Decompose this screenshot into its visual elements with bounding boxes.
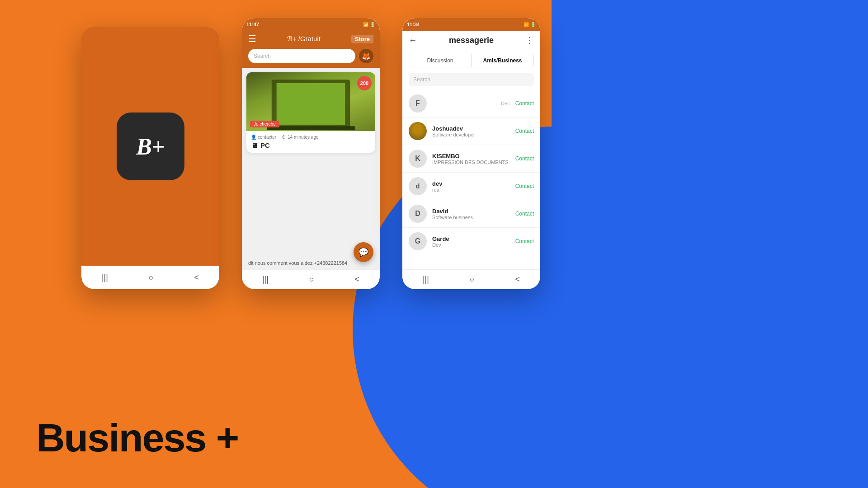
app-logo-icon: B+ — [117, 113, 184, 180]
phone-1-nav: ||| ○ < — [81, 266, 219, 289]
nav-back-icon-2: < — [355, 275, 360, 284]
feed-search-input[interactable]: Search — [248, 49, 355, 63]
contact-action-f[interactable]: Contact — [515, 100, 534, 107]
msg-header: ← messagerie ⋮ — [402, 31, 540, 50]
contact-action-joshua[interactable]: Contact — [515, 128, 534, 134]
phone-2-nav: ||| ○ < — [242, 269, 380, 289]
pc-label: PC — [260, 141, 270, 149]
status-icons: 📶 🔋 — [363, 22, 375, 27]
contact-avatar-joshua — [409, 122, 427, 140]
contact-item-kisembo: K KISEMBO IMPRESSION DES DOCUMENTS Conta… — [402, 145, 540, 173]
contact-name-joshua: Joshuadev — [432, 125, 510, 132]
contact-meta: 👤 contacter — [251, 135, 276, 140]
listing-tag: Je cherche — [250, 121, 279, 127]
msg-search-input[interactable]: Search — [409, 73, 534, 86]
feed-item-title: 🖥 PC — [251, 141, 371, 149]
phone-2-feed: 11:47 📶 🔋 ☰ ℬ+ /Gratuit Store Search 🦊 — [242, 18, 380, 289]
phone-3-status-bar: 11:34 📶 🔋 — [402, 18, 540, 31]
contact-sub-dev: rea — [432, 187, 510, 192]
contact-sub-kisembo: IMPRESSION DES DOCUMENTS — [432, 160, 510, 165]
tab-amis-business[interactable]: Amis/Business — [472, 54, 533, 67]
contact-name-kisembo: KISEMBO — [432, 153, 510, 160]
messagerie-title: messagerie — [449, 36, 494, 45]
hamburger-icon[interactable]: ☰ — [248, 33, 256, 44]
contact-action-kisembo[interactable]: Contact — [515, 155, 534, 162]
contact-list: F Dec Contact Joshuadev Software develop… — [402, 90, 540, 269]
contact-info-garde: Garde Dev — [432, 235, 510, 248]
brand-title: Business + — [36, 415, 238, 461]
nav-back-icon-3: < — [515, 275, 520, 284]
svg-rect-2 — [267, 126, 355, 130]
phone-2-search-area: Search 🦊 — [242, 49, 380, 68]
contact-avatar-d-upper: D — [409, 205, 427, 223]
price-badge: 200 — [357, 76, 372, 90]
phone-2-app-title: ℬ+ /Gratuit — [287, 35, 321, 43]
nav-back-icon: < — [194, 273, 199, 282]
more-options-icon[interactable]: ⋮ — [526, 35, 534, 45]
msg-search-placeholder: Search — [413, 76, 430, 83]
feed-card-body: 👤 contacter ⏱ 14 minutes ago 🖥 PC — [246, 131, 375, 153]
tab-discussion[interactable]: Discussion — [409, 54, 472, 67]
phone-3-messagerie: 11:34 📶 🔋 ← messagerie ⋮ Discussion Amis… — [402, 18, 540, 289]
contact-label: contacter — [258, 135, 276, 140]
phone-1-logo: B+ ||| ○ < — [81, 27, 219, 289]
contact-item-david: D David Software business Contact — [402, 200, 540, 228]
contact-sub-garde: Dev — [432, 242, 510, 248]
nav-circle-icon-2: ○ — [309, 275, 314, 284]
contact-item-garde: G Garde Dev Contact — [402, 228, 540, 255]
search-placeholder: Search — [254, 53, 271, 59]
nav-circle-icon: ○ — [149, 273, 154, 282]
time-meta: ⏱ 14 minutes ago — [282, 135, 318, 140]
contact-avatar-f: F — [409, 94, 427, 113]
avatar-face-joshua — [409, 122, 427, 140]
contact-avatar-g: G — [409, 232, 427, 250]
contact-name-dev: dev — [432, 180, 510, 187]
contact-info-david: David Software business — [432, 208, 510, 220]
contact-item-f: F Dec Contact — [402, 90, 540, 117]
contact-name-garde: Garde — [432, 235, 510, 242]
contact-sub-joshua: Software developer — [432, 132, 510, 137]
contact-action-david[interactable]: Contact — [515, 211, 534, 217]
status-time: 11:47 — [246, 22, 259, 27]
contact-action-dev[interactable]: Contact — [515, 183, 534, 189]
msg-tabs: Discussion Amis/Business — [409, 54, 534, 67]
msg-status-icons: 📶 🔋 — [524, 22, 536, 27]
pc-emoji: 🖥 — [251, 141, 258, 149]
phone-2-feed-area: 200 Je cherche 👤 contacter ⏱ 14 minutes … — [242, 68, 380, 257]
contact-info-joshua: Joshuadev Software developer — [432, 125, 510, 137]
fab-chat-button[interactable]: 💬 — [354, 242, 373, 262]
feed-card: 200 Je cherche 👤 contacter ⏱ 14 minutes … — [246, 72, 375, 153]
svg-rect-1 — [277, 83, 345, 125]
feed-meta: 👤 contacter ⏱ 14 minutes ago — [251, 135, 371, 140]
nav-bars-icon-2: ||| — [262, 275, 269, 284]
user-avatar[interactable]: 🦊 — [359, 49, 373, 63]
phone-2-status-bar: 11:47 📶 🔋 — [242, 18, 380, 31]
contact-sub-david: Software business — [432, 215, 510, 220]
nav-bars-icon: ||| — [102, 273, 108, 282]
contact-info-dev: dev rea — [432, 180, 510, 192]
contact-action-garde[interactable]: Contact — [515, 238, 534, 244]
time-icon: ⏱ — [282, 135, 286, 140]
phone-2-header: ☰ ℬ+ /Gratuit Store — [242, 31, 380, 49]
phone-3-nav: ||| ○ < — [402, 269, 540, 289]
nav-bars-icon-3: ||| — [423, 275, 429, 284]
contact-item-joshua: Joshuadev Software developer Contact — [402, 117, 540, 145]
msg-status-time: 11:34 — [407, 22, 420, 27]
contact-avatar-k: K — [409, 150, 427, 168]
back-arrow-icon[interactable]: ← — [409, 36, 417, 45]
store-button[interactable]: Store — [351, 35, 373, 43]
nav-circle-icon-3: ○ — [470, 275, 475, 284]
contact-avatar-d-lower: d — [409, 177, 427, 195]
feed-card-image: 200 Je cherche — [246, 72, 375, 131]
time-label: 14 minutes ago — [288, 135, 318, 140]
contact-name-david: David — [432, 208, 510, 215]
logo-text: B+ — [136, 133, 164, 160]
contact-icon: 👤 — [251, 135, 256, 140]
contact-info-kisembo: KISEMBO IMPRESSION DES DOCUMENTS — [432, 153, 510, 165]
contact-date-f: Dec — [501, 101, 510, 106]
phone-1-body: B+ — [81, 27, 219, 266]
contact-item-dev: d dev rea Contact — [402, 173, 540, 200]
phones-container: B+ ||| ○ < 11:47 📶 🔋 ☰ ℬ+ /Gratuit Store… — [81, 18, 540, 289]
